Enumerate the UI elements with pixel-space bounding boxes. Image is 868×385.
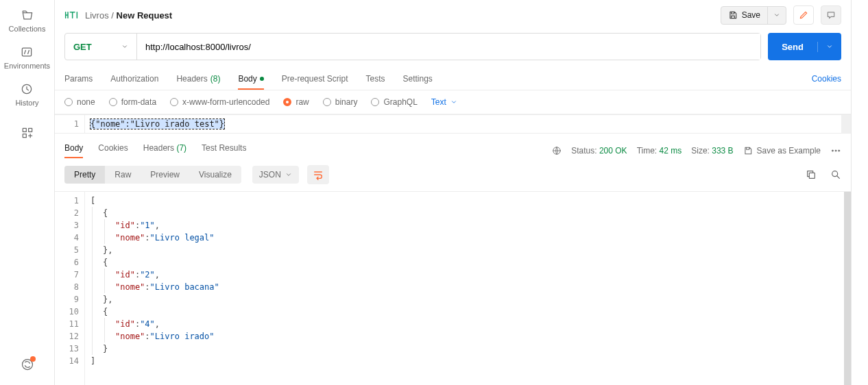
- http-icon: [64, 9, 78, 21]
- status-value: 200 OK: [599, 146, 627, 156]
- tab-authorization[interactable]: Authorization: [110, 67, 158, 90]
- nav-history-label: History: [15, 99, 38, 107]
- comments-button[interactable]: [821, 5, 841, 25]
- wrap-lines-button[interactable]: [307, 165, 329, 184]
- view-raw[interactable]: Raw: [105, 166, 141, 184]
- send-button[interactable]: Send: [768, 33, 841, 60]
- nav-environments[interactable]: Environments: [4, 45, 50, 70]
- more-icon[interactable]: [830, 145, 841, 156]
- response-scrollbar[interactable]: [844, 192, 851, 385]
- resp-tab-tests[interactable]: Test Results: [202, 143, 246, 158]
- main-panel: Livros / New Request Save: [55, 0, 852, 385]
- bodytype-formdata[interactable]: form-data: [109, 97, 156, 107]
- body-modified-dot: [260, 77, 264, 81]
- response-body[interactable]: 1234567891011121314 [ { "id": "1", "nome…: [55, 191, 851, 385]
- svg-point-9: [839, 150, 840, 151]
- sync-indicator-dot: [30, 356, 36, 362]
- request-body-editor[interactable]: 1 {"nome":"Livro irado test"}: [55, 114, 851, 134]
- request-header: Livros / New Request Save: [55, 0, 851, 30]
- method-value: GET: [73, 42, 92, 52]
- copy-icon[interactable]: [806, 169, 817, 180]
- resp-tab-body[interactable]: Body: [64, 143, 83, 158]
- globe-icon[interactable]: [552, 146, 562, 156]
- bodytype-raw[interactable]: raw: [283, 97, 309, 107]
- view-visualize[interactable]: Visualize: [189, 166, 241, 184]
- bodytype-graphql[interactable]: GraphQL: [371, 97, 417, 107]
- body-type-row: none form-data x-www-form-urlencoded raw…: [55, 90, 851, 114]
- send-label: Send: [782, 42, 804, 52]
- tab-body[interactable]: Body: [238, 67, 263, 90]
- bodytype-binary[interactable]: binary: [323, 97, 358, 107]
- nav-collections[interactable]: Collections: [9, 8, 46, 33]
- method-select[interactable]: GET: [65, 34, 137, 60]
- svg-point-11: [832, 171, 838, 177]
- resp-tab-cookies[interactable]: Cookies: [98, 143, 128, 158]
- nav-history[interactable]: History: [15, 82, 38, 107]
- save-button[interactable]: Save: [721, 6, 786, 25]
- svg-point-7: [832, 150, 833, 151]
- editor-scrollbar[interactable]: [841, 115, 851, 133]
- cookies-link[interactable]: Cookies: [812, 74, 841, 84]
- format-select[interactable]: JSON: [252, 166, 299, 184]
- time-value: 42 ms: [660, 146, 682, 156]
- response-header: Body Cookies Headers (7) Test Results St…: [55, 134, 851, 158]
- breadcrumb[interactable]: Livros / New Request: [85, 10, 172, 21]
- svg-rect-4: [23, 134, 26, 138]
- nav-more[interactable]: [21, 126, 34, 140]
- url-row: GET Send: [55, 30, 851, 67]
- request-body-text: {"nome":"Livro irado test"}: [91, 119, 224, 129]
- nav-sync[interactable]: [21, 358, 34, 371]
- size-value: 333 B: [712, 146, 733, 156]
- tab-settings[interactable]: Settings: [403, 67, 433, 90]
- breadcrumb-parent: Livros: [85, 10, 109, 21]
- save-as-example[interactable]: Save as Example: [743, 146, 821, 156]
- svg-rect-0: [23, 48, 32, 56]
- svg-rect-2: [23, 128, 26, 132]
- svg-rect-3: [28, 128, 32, 132]
- save-caret[interactable]: [767, 7, 786, 24]
- send-caret[interactable]: [817, 42, 841, 52]
- tab-params[interactable]: Params: [64, 67, 93, 90]
- save-label: Save: [742, 10, 760, 20]
- tab-tests[interactable]: Tests: [365, 67, 385, 90]
- tab-headers[interactable]: Headers (8): [176, 67, 220, 90]
- view-pretty[interactable]: Pretty: [64, 166, 105, 184]
- left-sidebar: Collections Environments History: [0, 0, 55, 385]
- right-rail: [852, 0, 868, 385]
- raw-lang-select[interactable]: Text: [431, 97, 457, 107]
- resp-tab-headers[interactable]: Headers (7): [143, 143, 186, 158]
- tab-prerequest[interactable]: Pre-request Script: [282, 67, 348, 90]
- bodytype-none[interactable]: none: [64, 97, 95, 107]
- url-input[interactable]: [137, 34, 760, 60]
- nav-collections-label: Collections: [9, 25, 46, 33]
- svg-rect-10: [809, 173, 815, 178]
- view-preview[interactable]: Preview: [141, 166, 189, 184]
- response-gutter: 1234567891011121314: [55, 192, 85, 385]
- nav-environments-label: Environments: [4, 62, 50, 70]
- response-toolbar: Pretty Raw Preview Visualize JSON: [55, 158, 851, 191]
- search-icon[interactable]: [830, 169, 841, 180]
- edit-button[interactable]: [793, 5, 814, 25]
- request-tabs: Params Authorization Headers (8) Body Pr…: [55, 67, 851, 90]
- response-code: [ { "id": "1", "nome": "Livro legal" }, …: [85, 192, 844, 385]
- svg-point-8: [835, 150, 836, 151]
- bodytype-urlencoded[interactable]: x-www-form-urlencoded: [170, 97, 269, 107]
- breadcrumb-current: New Request: [117, 10, 173, 21]
